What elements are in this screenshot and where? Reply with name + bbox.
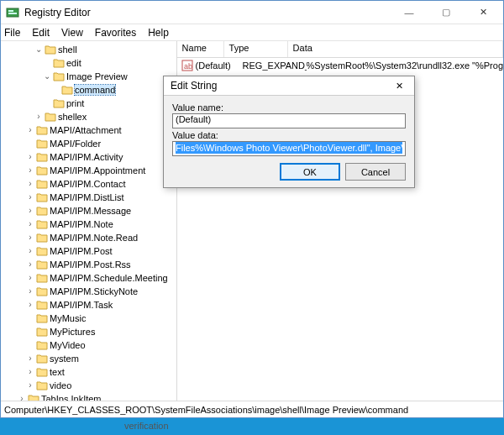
tree-row[interactable]: ······command <box>1 83 176 97</box>
expand-toggle-icon[interactable]: › <box>26 354 34 363</box>
tree-row[interactable]: ···›MAPI/IPM.Message <box>1 204 176 218</box>
tree-label[interactable]: MAPI/Folder <box>50 139 101 149</box>
expand-toggle-icon[interactable]: › <box>18 395 26 401</box>
cancel-button[interactable]: Cancel <box>345 163 406 181</box>
folder-icon <box>36 233 48 243</box>
expand-toggle-icon[interactable]: › <box>26 207 34 215</box>
tree-row[interactable]: ·····print <box>1 97 176 110</box>
tree-row[interactable]: ···›MAPI/IPM.Post.Rss <box>1 258 176 271</box>
value-data-input[interactable]: Files%\Windows Photo Viewer\PhotoViewer.… <box>172 141 406 156</box>
tree-row[interactable]: ···›MAPI/IPM.Appointment <box>1 164 176 177</box>
tree-row[interactable]: ···›text <box>1 365 176 379</box>
tree-label[interactable]: MAPI/IPM.StickyNote <box>50 286 138 296</box>
tree-label[interactable]: MAPI/IPM.Activity <box>50 152 123 162</box>
tree-label[interactable]: shellex <box>58 112 87 122</box>
tree-label[interactable]: MAPI/Attachment <box>50 125 122 135</box>
tree-label[interactable]: MyMusic <box>50 313 86 323</box>
tree-label[interactable]: TabIps.InkItem <box>41 394 102 401</box>
tree-row[interactable]: ···›MAPI/IPM.Contact <box>1 177 176 191</box>
tree-row[interactable]: ···MAPI/Folder <box>1 137 176 150</box>
folder-icon <box>36 125 48 135</box>
expand-toggle-icon[interactable]: › <box>26 126 34 134</box>
tree-label[interactable]: MAPI/IPM.DistList <box>50 192 124 202</box>
tree-row[interactable]: ··›TabIps.InkItem <box>1 392 176 401</box>
value-name-input[interactable]: (Default) <box>172 113 406 128</box>
tree-row[interactable]: ···›MAPI/IPM.Task <box>1 298 176 312</box>
tree-label[interactable]: MAPI/IPM.Schedule.Meeting <box>50 273 168 283</box>
expand-toggle-icon[interactable]: › <box>26 233 34 242</box>
expand-toggle-icon[interactable]: › <box>26 180 34 188</box>
tree-row[interactable]: ···MyPictures <box>1 325 176 338</box>
expand-toggle-icon[interactable]: › <box>26 381 34 390</box>
tree-label[interactable]: edit <box>66 58 81 68</box>
tree-row[interactable]: ···›MAPI/IPM.StickyNote <box>1 285 176 298</box>
tree-label[interactable]: MAPI/IPM.Note <box>50 219 113 229</box>
list-header[interactable]: Name Type Data <box>177 41 503 58</box>
tree-label[interactable]: shell <box>58 45 77 55</box>
tree-view[interactable]: ····⌄shell·····edit·····⌄Image Preview··… <box>1 41 177 401</box>
menu-file[interactable]: File <box>4 27 20 39</box>
tree-row[interactable]: ···›video <box>1 379 176 392</box>
menu-view[interactable]: View <box>61 27 83 39</box>
tree-row[interactable]: ····›shellex <box>1 110 176 123</box>
expand-toggle-icon[interactable]: › <box>26 166 34 175</box>
tree-label[interactable]: text <box>50 367 65 377</box>
tree-row[interactable]: ·····edit <box>1 56 176 70</box>
dialog-titlebar[interactable]: Edit String ✕ <box>164 76 414 96</box>
tree-label[interactable]: print <box>66 98 84 108</box>
tree-label[interactable]: Image Preview <box>66 71 128 81</box>
tree-label[interactable]: MAPI/IPM.Message <box>50 206 131 216</box>
expand-toggle-icon[interactable]: › <box>26 220 34 228</box>
tree-label[interactable]: MAPI/IPM.Note.Read <box>50 233 138 243</box>
expand-toggle-icon[interactable]: › <box>26 260 34 269</box>
expand-toggle-icon[interactable]: › <box>26 368 34 376</box>
expand-toggle-icon[interactable]: ⌄ <box>43 72 51 81</box>
tree-label[interactable]: MAPI/IPM.Post.Rss <box>50 259 131 270</box>
expand-toggle-icon[interactable]: › <box>26 301 34 309</box>
tree-label[interactable]: video <box>50 380 71 390</box>
tree-row[interactable]: ···›MAPI/IPM.Activity <box>1 150 176 164</box>
expand-toggle-icon[interactable]: ⌄ <box>34 45 43 54</box>
close-button[interactable]: ✕ <box>465 1 501 24</box>
minimize-button[interactable]: — <box>391 1 428 24</box>
tree-row[interactable]: ···MyVideo <box>1 338 176 352</box>
tree-row[interactable]: ···›MAPI/IPM.Schedule.Meeting <box>1 271 176 285</box>
tree-row[interactable]: ···›MAPI/IPM.Note <box>1 218 176 231</box>
tree-row[interactable]: ····⌄shell <box>1 43 176 56</box>
tree-label[interactable]: command <box>75 85 115 95</box>
menu-edit[interactable]: Edit <box>32 27 50 39</box>
dialog-close-button[interactable]: ✕ <box>387 77 411 94</box>
titlebar[interactable]: Registry Editor — ▢ ✕ <box>1 1 503 24</box>
expand-toggle-icon[interactable]: › <box>26 274 34 282</box>
tree-label[interactable]: MAPI/IPM.Task <box>50 300 113 310</box>
menu-favorites[interactable]: Favorites <box>95 27 136 39</box>
tree-label[interactable]: MAPI/IPM.Appointment <box>50 165 145 176</box>
tree-row[interactable]: ···MyMusic <box>1 312 176 325</box>
folder-icon <box>36 286 48 296</box>
col-type[interactable]: Type <box>224 41 288 57</box>
tree-row[interactable]: ···›system <box>1 352 176 365</box>
tree-label[interactable]: MAPI/IPM.Post <box>50 246 113 256</box>
tree-row[interactable]: ···›MAPI/IPM.Post <box>1 244 176 258</box>
col-data[interactable]: Data <box>288 41 503 57</box>
tree-label[interactable]: MAPI/IPM.Contact <box>50 179 125 189</box>
maximize-button[interactable]: ▢ <box>428 1 465 24</box>
menu-help[interactable]: Help <box>148 27 169 39</box>
tree-label[interactable]: MyPictures <box>50 327 95 337</box>
tree-row[interactable]: ···›MAPI/Attachment <box>1 123 176 137</box>
tree-label[interactable]: MyVideo <box>50 340 86 350</box>
ok-button[interactable]: OK <box>280 163 340 181</box>
tree-row[interactable]: ···›MAPI/IPM.Note.Read <box>1 231 176 244</box>
expand-toggle-icon[interactable]: › <box>26 287 34 296</box>
tree-row[interactable]: ···›MAPI/IPM.DistList <box>1 191 176 204</box>
col-name[interactable]: Name <box>177 41 224 57</box>
tree-row[interactable]: ·····⌄Image Preview <box>1 70 176 83</box>
expand-toggle-icon[interactable]: › <box>26 153 34 161</box>
list-row[interactable]: ab (Default) REG_EXPAND_SZ %SystemRoot%\… <box>177 58 503 73</box>
verification-text: verification <box>124 421 169 431</box>
expand-toggle-icon[interactable]: › <box>26 247 34 255</box>
value-data-label: Value data: <box>172 130 406 140</box>
expand-toggle-icon[interactable]: › <box>34 113 43 121</box>
tree-label[interactable]: system <box>50 354 79 364</box>
expand-toggle-icon[interactable]: › <box>26 193 34 202</box>
